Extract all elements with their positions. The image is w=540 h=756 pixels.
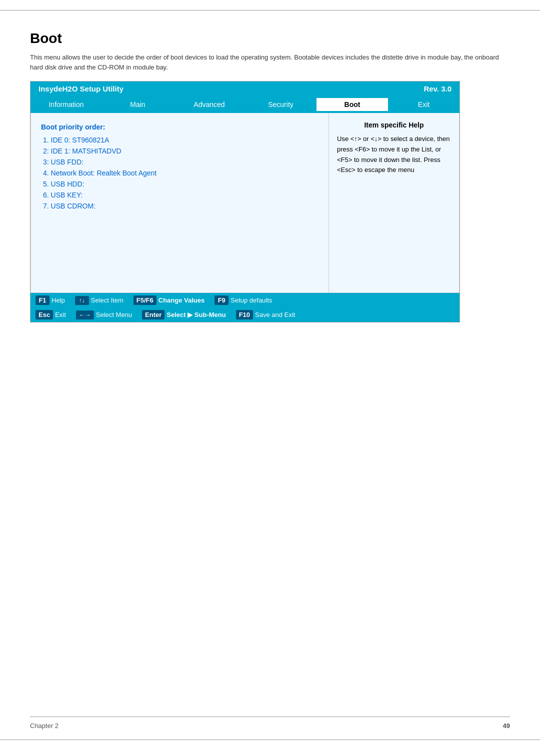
status-row-1: F1 Help ↑↓ Select Item F5/F6 Change Valu… (30, 293, 460, 308)
status-row-2: Esc Exit ←→ Select Menu Enter Select ▶ S… (30, 308, 460, 322)
nav-item-information[interactable]: Information (30, 98, 102, 111)
label-exit: Exit (55, 311, 66, 318)
boot-priority-label: Boot priority order: (41, 123, 318, 131)
nav-item-advanced[interactable]: Advanced (174, 98, 245, 111)
label-select-item: Select Item (91, 296, 124, 304)
page-footer: Chapter 2 49 (30, 716, 510, 730)
boot-item-3[interactable]: 3: USB FDD: (41, 158, 318, 166)
label-help: Help (52, 296, 65, 304)
key-enter: Enter (142, 310, 164, 320)
bios-revision: Rev. 3.0 (424, 84, 452, 93)
nav-item-security[interactable]: Security (245, 98, 316, 111)
boot-item-1[interactable]: 1. IDE 0: ST960821A (41, 136, 318, 144)
bios-content: Boot priority order: 1. IDE 0: ST960821A… (30, 113, 460, 293)
footer-page-number: 49 (503, 722, 510, 730)
nav-item-exit[interactable]: Exit (388, 98, 460, 111)
key-leftright: ←→ (76, 310, 94, 320)
bios-nav-bar: Information Main Advanced Security Boot … (30, 96, 460, 113)
bios-status-bar: F1 Help ↑↓ Select Item F5/F6 Change Valu… (30, 293, 460, 322)
help-text: Use <↑> or <↓> to select a device, then … (337, 134, 451, 176)
boot-item-7[interactable]: 7. USB CDROM: (41, 202, 318, 210)
label-setup-defaults: Setup defaults (230, 296, 272, 304)
boot-item-5[interactable]: 5. USB HDD: (41, 180, 318, 188)
bios-panel: InsydeH2O Setup Utility Rev. 3.0 Informa… (30, 81, 460, 322)
boot-item-4[interactable]: 4. Network Boot: Realtek Boot Agent (41, 169, 318, 177)
key-updown: ↑↓ (75, 296, 89, 305)
key-esc: Esc (36, 310, 53, 320)
bios-title-bar: InsydeH2O Setup Utility Rev. 3.0 (30, 82, 460, 96)
label-select-menu: Select Menu (96, 311, 132, 318)
boot-item-2[interactable]: 2: IDE 1: MATSHITADVD (41, 147, 318, 155)
bios-left-panel: Boot priority order: 1. IDE 0: ST960821A… (31, 113, 329, 292)
key-f5f6: F5/F6 (134, 296, 156, 305)
page-title: Boot (30, 30, 510, 46)
label-enter-select: Select ▶ Sub-Menu (166, 311, 226, 318)
key-f1: F1 (36, 296, 50, 305)
page-container: Boot This menu allows the user to decide… (0, 10, 540, 740)
key-f10: F10 (236, 310, 253, 320)
nav-item-boot[interactable]: Boot (316, 98, 388, 111)
boot-item-6[interactable]: 6. USB KEY: (41, 191, 318, 199)
label-save-exit: Save and Exit (255, 311, 295, 318)
bios-right-panel: Item specific Help Use <↑> or <↓> to sel… (329, 113, 459, 292)
help-title: Item specific Help (337, 121, 451, 129)
nav-item-main[interactable]: Main (102, 98, 174, 111)
page-description: This menu allows the user to decide the … (30, 52, 510, 72)
footer-chapter: Chapter 2 (30, 722, 58, 730)
label-change-values: Change Values (158, 296, 204, 304)
bios-title: InsydeH2O Setup Utility (38, 84, 124, 93)
key-f9: F9 (214, 296, 228, 305)
